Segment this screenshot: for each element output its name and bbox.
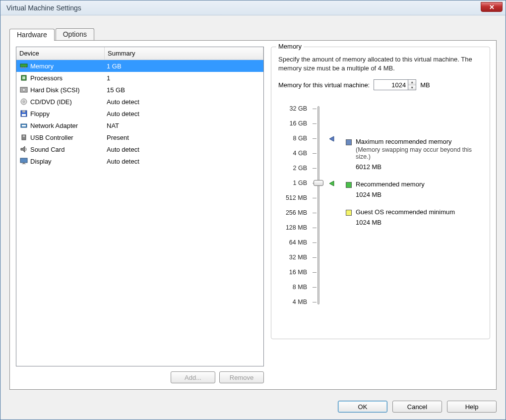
display-icon	[19, 157, 28, 165]
cd-icon	[19, 98, 28, 106]
svg-rect-2	[23, 67, 24, 68]
table-row[interactable]: CD/DVD (IDE)Auto detect	[16, 96, 263, 108]
slider-tick-label: 8 GB	[293, 131, 308, 146]
tab-options[interactable]: Options	[56, 28, 94, 40]
table-row[interactable]: Processors1	[16, 72, 263, 84]
slider-tick-label: 64 MB	[289, 235, 307, 250]
svg-marker-17	[21, 146, 25, 152]
device-name: USB Controller	[30, 134, 105, 141]
svg-rect-20	[22, 164, 26, 164]
legend-min-swatch	[346, 210, 352, 216]
slider-tick	[313, 272, 316, 273]
svg-rect-18	[20, 158, 27, 163]
memory-icon	[19, 62, 28, 70]
slider-tick-label: 512 MB	[286, 190, 307, 205]
window-title: Virtual Machine Settings	[3, 4, 81, 12]
device-summary: Auto detect	[105, 98, 263, 106]
cancel-button[interactable]: Cancel	[392, 401, 442, 413]
net-icon	[19, 121, 28, 129]
help-button[interactable]: Help	[447, 401, 497, 413]
left-panel: Device Summary Memory1 GBProcessors1Hard…	[16, 47, 264, 383]
ok-button[interactable]: OK	[338, 401, 387, 413]
rec-marker-icon	[329, 180, 335, 186]
table-row[interactable]: FloppyAuto detect	[16, 108, 263, 120]
col-header-device[interactable]: Device	[16, 47, 105, 60]
slider-tick	[313, 257, 316, 258]
col-header-summary[interactable]: Summary	[105, 47, 263, 60]
slider-tick-label: 8 MB	[293, 280, 307, 295]
svg-point-7	[22, 88, 25, 91]
content-area: Hardware Options Device Summary Memory1 …	[0, 15, 506, 396]
memory-input-label: Memory for this virtual machine:	[278, 81, 370, 89]
slider-tick-label: 4 MB	[293, 295, 307, 309]
legend-min-value: 1024 MB	[356, 219, 483, 226]
table-row[interactable]: DisplayAuto detect	[16, 155, 263, 167]
svg-rect-0	[20, 64, 27, 67]
slider-thumb[interactable]	[314, 180, 323, 186]
table-row[interactable]: USB ControllerPresent	[16, 131, 263, 143]
hdd-icon	[19, 86, 28, 94]
tab-hardware[interactable]: Hardware	[9, 29, 55, 41]
legend-min-title: Guest OS recommended minimum	[356, 208, 455, 216]
titlebar: Virtual Machine Settings ✕	[0, 0, 506, 15]
remove-button[interactable]: Remove	[219, 371, 264, 383]
device-summary: 1	[105, 74, 263, 82]
device-rows: Memory1 GBProcessors1Hard Disk (SCSI)15 …	[16, 60, 263, 366]
slider-tick	[313, 138, 316, 139]
svg-marker-21	[329, 136, 334, 141]
svg-rect-16	[23, 135, 25, 137]
legend-rec-value: 1024 MB	[356, 191, 483, 198]
slider-tick	[313, 168, 316, 169]
device-name: Processors	[30, 74, 105, 82]
device-name: Display	[30, 158, 105, 165]
tab-body: Device Summary Memory1 GBProcessors1Hard…	[9, 40, 497, 390]
slider-tick-label: 1 GB	[293, 176, 308, 190]
cpu-icon	[19, 74, 28, 82]
svg-rect-12	[22, 114, 26, 116]
table-row[interactable]: Sound CardAuto detect	[16, 143, 263, 155]
slider-tick-label: 32 GB	[290, 101, 307, 116]
sound-icon	[19, 145, 28, 153]
memory-slider[interactable]	[311, 101, 326, 309]
spinner-down-icon[interactable]: ▼	[408, 85, 416, 90]
table-row[interactable]: Memory1 GB	[16, 60, 263, 72]
memory-spinner[interactable]: ▲ ▼	[408, 79, 416, 90]
device-summary: 15 GB	[105, 86, 263, 94]
slider-track-line	[317, 106, 319, 304]
slider-tick	[313, 302, 316, 302]
legend-max: Maximum recommended memory (Memory swapp…	[346, 138, 483, 171]
device-name: Sound Card	[30, 146, 105, 153]
settings-window: Virtual Machine Settings ✕ Hardware Opti…	[0, 0, 506, 420]
memory-unit: MB	[420, 81, 430, 89]
svg-rect-19	[23, 163, 25, 164]
slider-tick	[313, 213, 316, 213]
device-summary: NAT	[105, 122, 263, 129]
device-name: Hard Disk (SCSI)	[30, 86, 105, 94]
slider-tick	[313, 153, 316, 154]
device-name: Network Adapter	[30, 122, 105, 129]
device-summary: Auto detect	[105, 158, 263, 165]
memory-input[interactable]	[374, 79, 408, 90]
close-button[interactable]: ✕	[481, 2, 503, 12]
add-button[interactable]: Add...	[171, 371, 215, 383]
slider-tick-label: 256 MB	[286, 205, 307, 220]
svg-rect-14	[22, 125, 26, 126]
spinner-up-icon[interactable]: ▲	[408, 80, 416, 85]
left-buttons: Add... Remove	[16, 366, 264, 383]
slider-tick	[313, 123, 316, 124]
table-row[interactable]: Network AdapterNAT	[16, 120, 263, 131]
legend-max-value: 6012 MB	[356, 163, 483, 171]
slider-tick-label: 16 MB	[289, 265, 307, 280]
device-summary: Auto detect	[105, 146, 263, 153]
slider-tick	[313, 242, 316, 243]
device-name: Memory	[30, 62, 105, 70]
slider-tick	[313, 287, 316, 288]
legend-rec-swatch	[346, 182, 352, 188]
usb-icon	[19, 133, 28, 141]
slider-tick-labels: 32 GB16 GB8 GB4 GB2 GB1 GB512 MB256 MB12…	[278, 101, 311, 309]
device-table-header: Device Summary	[16, 47, 263, 60]
memory-description: Specify the amount of memory allocated t…	[278, 55, 483, 72]
slider-tick	[313, 228, 316, 228]
table-row[interactable]: Hard Disk (SCSI)15 GB	[16, 84, 263, 96]
memory-legend: Maximum recommended memory (Memory swapp…	[326, 101, 483, 309]
